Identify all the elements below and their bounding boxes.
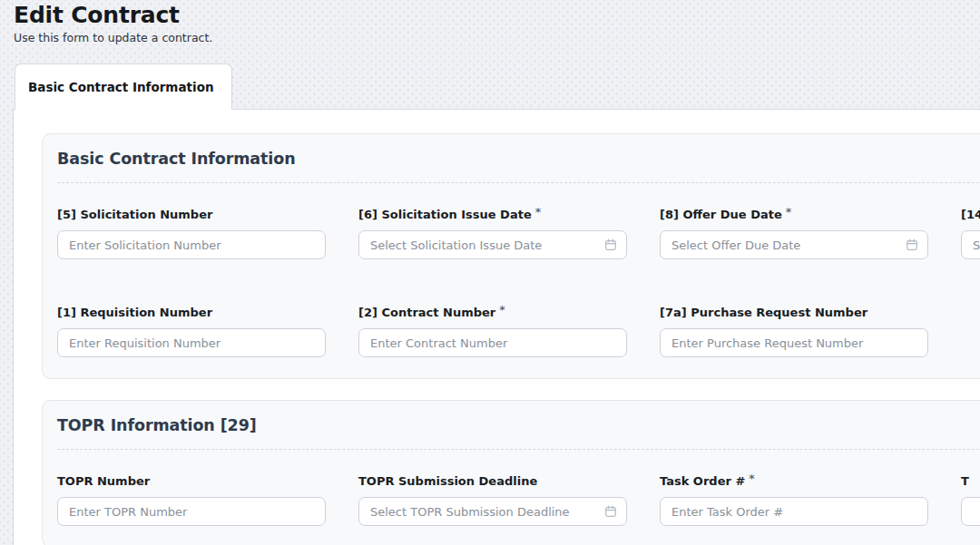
field-row: TOPR Number TOPR Submission Deadline [57,474,980,526]
solicitation-number-input[interactable] [57,230,326,259]
input-wrap [358,497,627,526]
field-solicitation-issue-date: [6] Solicitation Issue Date* [358,208,627,259]
input-wrap [660,497,928,526]
field-label-text: [1] Requisition Number [57,306,212,319]
topr-submission-deadline-input[interactable] [358,497,627,526]
required-asterisk: * [786,205,792,219]
field-label: [14 [961,208,980,222]
section-heading: TOPR Information [29] [57,416,980,435]
field-label-text: TOPR Number [57,474,150,488]
page-header: Edit Contract Use this form to update a … [0,0,980,44]
field-contract-number: [2] Contract Number* [358,306,627,357]
required-asterisk: * [499,303,505,316]
page-title: Edit Contract [14,2,980,28]
field-label: T [961,474,980,489]
field-label: TOPR Number [57,474,326,489]
field-topr-clipped: T [961,474,980,526]
section-divider [57,449,980,450]
field-task-order-number: Task Order #* [660,474,928,526]
purchase-request-number-input[interactable] [660,328,928,357]
input-wrap [660,230,928,259]
page-subtitle: Use this form to update a contract. [14,31,980,44]
tab-panel: Basic Contract Information [5] Solicitat… [13,109,980,545]
field-label-text: [6] Solicitation Issue Date [358,208,532,221]
input-wrap [358,328,627,357]
field-row: [5] Solicitation Number [6] Solicitation… [57,208,980,259]
field-topr-number: TOPR Number [57,474,326,526]
topr-number-input[interactable] [57,497,326,526]
field-label: [5] Solicitation Number [57,208,326,222]
input-wrap [57,497,326,526]
field-label: [7a] Purchase Request Number [660,306,928,320]
required-asterisk: * [749,472,755,485]
field-requisition-number: [1] Requisition Number [57,306,326,357]
field-label-text: T [961,474,969,488]
field-label-text: [8] Offer Due Date [660,208,782,221]
field-14-clipped: [14 [961,208,980,259]
tab-basic-contract-information[interactable]: Basic Contract Information [15,63,232,110]
input-wrap [57,230,326,259]
field-label-text: Task Order # [660,474,745,488]
contract-number-input[interactable] [358,328,627,357]
field-14-date-input[interactable] [961,230,980,259]
field-label: Task Order #* [660,474,928,489]
field-label-text: [2] Contract Number [358,306,495,319]
field-offer-due-date: [8] Offer Due Date* [660,208,928,259]
requisition-number-input[interactable] [57,328,326,357]
edit-contract-page: Edit Contract Use this form to update a … [0,0,980,545]
field-topr-submission-deadline: TOPR Submission Deadline [358,474,627,526]
field-label: TOPR Submission Deadline [358,474,627,489]
field-label-text: [14 [961,208,980,221]
input-wrap [961,230,980,259]
field-label-text: [7a] Purchase Request Number [660,306,867,319]
topr-clipped-input[interactable] [961,497,980,526]
field-purchase-request-number: [7a] Purchase Request Number [660,306,928,357]
section-heading: Basic Contract Information [57,150,980,169]
section-basic-contract-information: Basic Contract Information [5] Solicitat… [42,133,980,379]
field-label: [6] Solicitation Issue Date* [358,208,627,222]
input-wrap [961,497,980,526]
solicitation-issue-date-input[interactable] [358,230,627,259]
section-divider [57,182,980,183]
task-order-number-input[interactable] [660,497,928,526]
input-wrap [57,328,326,357]
section-topr-information: TOPR Information [29] TOPR Number TOPR S… [42,400,980,545]
field-label: [2] Contract Number* [358,306,627,320]
required-asterisk: * [535,205,542,219]
field-label-text: TOPR Submission Deadline [358,474,537,488]
field-solicitation-number: [5] Solicitation Number [57,208,326,259]
tab-label: Basic Contract Information [28,80,214,94]
field-row: [1] Requisition Number [2] Contract Numb… [57,306,980,357]
field-label-text: [5] Solicitation Number [57,208,212,221]
input-wrap [358,230,627,259]
field-label: [1] Requisition Number [57,306,326,320]
input-wrap [660,328,928,357]
offer-due-date-input[interactable] [660,230,928,259]
field-label: [8] Offer Due Date* [660,208,928,222]
